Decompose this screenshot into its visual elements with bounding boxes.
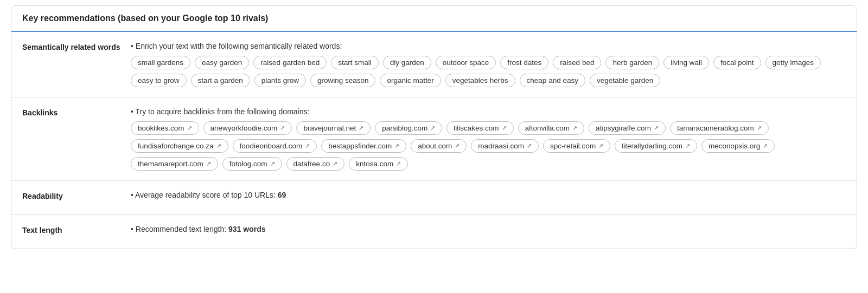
semantic-tag: easy to grow bbox=[131, 74, 187, 87]
backlink-tag[interactable]: about.com↗ bbox=[411, 139, 467, 153]
semantic-tag: organic matter bbox=[380, 74, 441, 87]
text-length-intro: • Recommended text length: 931 words bbox=[131, 225, 846, 233]
external-link-icon: ↗ bbox=[572, 125, 577, 132]
external-link-icon: ↗ bbox=[763, 142, 768, 149]
external-link-icon: ↗ bbox=[359, 125, 363, 132]
semantic-tag: start a garden bbox=[191, 74, 250, 87]
external-link-icon: ↗ bbox=[527, 142, 532, 149]
external-link-icon: ↗ bbox=[685, 142, 690, 149]
readability-value: 69 bbox=[278, 191, 286, 199]
section-content-readability: • Average readability score of top 10 UR… bbox=[131, 191, 846, 205]
backlink-tag[interactable]: booklikes.com↗ bbox=[131, 121, 199, 135]
semantic-tag: start small bbox=[331, 56, 379, 69]
readability-intro: • Average readability score of top 10 UR… bbox=[131, 191, 846, 199]
external-link-icon: ↗ bbox=[216, 142, 221, 149]
semantic-tag: outdoor space bbox=[436, 56, 496, 69]
semantic-tag: cheap and easy bbox=[520, 74, 585, 87]
section-content-text-length: • Recommended text length: 931 words bbox=[131, 225, 846, 239]
semantic-tag: herb garden bbox=[605, 56, 659, 69]
backlinks-tags: booklikes.com↗anewyorkfoodie.com↗bravejo… bbox=[131, 121, 846, 171]
external-link-icon: ↗ bbox=[305, 142, 310, 149]
text-length-value: 931 words bbox=[228, 225, 265, 233]
semantic-tag: focal point bbox=[713, 56, 761, 69]
backlink-tag[interactable]: meconopsis.org↗ bbox=[701, 139, 775, 153]
backlink-tag[interactable]: fundisaforchange.co.za↗ bbox=[131, 139, 228, 153]
backlink-tag[interactable]: spc-retail.com↗ bbox=[543, 139, 610, 153]
section-text-length: Text length • Recommended text length: 9… bbox=[11, 215, 857, 249]
backlink-tag[interactable]: foodieonboard.com↗ bbox=[233, 139, 317, 153]
external-link-icon: ↗ bbox=[396, 160, 401, 167]
external-link-icon: ↗ bbox=[757, 125, 762, 132]
backlink-tag[interactable]: literallydarling.com↗ bbox=[615, 139, 697, 153]
semantic-tag: vegetable garden bbox=[590, 74, 660, 87]
backlink-tag[interactable]: atipsygiraffe.com↗ bbox=[589, 121, 666, 135]
page-title: Key recommendations (based on your Googl… bbox=[11, 6, 857, 32]
semantic-tag: getty images bbox=[765, 56, 821, 69]
backlink-tag[interactable]: aftonvilla.com↗ bbox=[518, 121, 585, 135]
semantic-tag: diy garden bbox=[383, 56, 431, 69]
backlink-tag[interactable]: bestappsfinder.com↗ bbox=[321, 139, 406, 153]
semantic-tag: easy garden bbox=[195, 56, 249, 69]
section-label-backlinks: Backlinks bbox=[22, 107, 131, 117]
section-label-semantically-related: Semantically related words bbox=[22, 42, 131, 51]
section-semantically-related: Semantically related words • Enrich your… bbox=[11, 32, 857, 97]
backlink-tag[interactable]: kntosa.com↗ bbox=[349, 157, 408, 171]
external-link-icon: ↗ bbox=[280, 125, 285, 132]
backlink-tag[interactable]: madraasi.com↗ bbox=[471, 139, 539, 153]
semantic-tag: living wall bbox=[663, 56, 709, 69]
external-link-icon: ↗ bbox=[502, 125, 507, 132]
backlink-tag[interactable]: tamaracamerablog.com↗ bbox=[670, 121, 769, 135]
external-link-icon: ↗ bbox=[187, 125, 192, 132]
external-link-icon: ↗ bbox=[206, 160, 211, 167]
external-link-icon: ↗ bbox=[394, 142, 399, 149]
section-label-readability: Readability bbox=[22, 191, 131, 200]
recommendations-container: Key recommendations (based on your Googl… bbox=[11, 5, 857, 249]
semantic-tag: frost dates bbox=[500, 56, 548, 69]
external-link-icon: ↗ bbox=[333, 160, 337, 167]
semantically-related-tags: small gardenseasy gardenraised garden be… bbox=[131, 56, 846, 87]
section-readability: Readability • Average readability score … bbox=[11, 181, 857, 215]
backlink-tag[interactable]: anewyorkfoodie.com↗ bbox=[203, 121, 292, 135]
semantically-related-intro: • Enrich your text with the following se… bbox=[131, 42, 846, 50]
section-backlinks: Backlinks • Try to acquire backlinks fro… bbox=[11, 97, 857, 181]
semantic-tag: growing season bbox=[310, 74, 376, 87]
external-link-icon: ↗ bbox=[455, 142, 459, 149]
semantic-tag: vegetables herbs bbox=[445, 74, 515, 87]
backlink-tag[interactable]: fotolog.com↗ bbox=[222, 157, 282, 171]
backlink-tag[interactable]: themamareport.com↗ bbox=[131, 157, 218, 171]
section-content-semantically-related: • Enrich your text with the following se… bbox=[131, 42, 846, 87]
backlink-tag[interactable]: parsiblog.com↗ bbox=[375, 121, 442, 135]
backlink-tag[interactable]: liliscakes.com↗ bbox=[446, 121, 513, 135]
backlink-tag[interactable]: datafree.co↗ bbox=[286, 157, 345, 171]
section-label-text-length: Text length bbox=[22, 225, 131, 235]
semantic-tag: small gardens bbox=[131, 56, 190, 69]
semantic-tag: raised bed bbox=[553, 56, 601, 69]
semantic-tag: raised garden bed bbox=[253, 56, 327, 69]
backlink-tag[interactable]: bravejournal.net↗ bbox=[296, 121, 371, 135]
external-link-icon: ↗ bbox=[430, 125, 435, 132]
external-link-icon: ↗ bbox=[270, 160, 275, 167]
external-link-icon: ↗ bbox=[598, 142, 603, 149]
semantic-tag: plants grow bbox=[254, 74, 306, 87]
backlinks-intro: • Try to acquire backlinks from the foll… bbox=[131, 107, 846, 116]
external-link-icon: ↗ bbox=[654, 125, 659, 132]
section-content-backlinks: • Try to acquire backlinks from the foll… bbox=[131, 107, 846, 171]
